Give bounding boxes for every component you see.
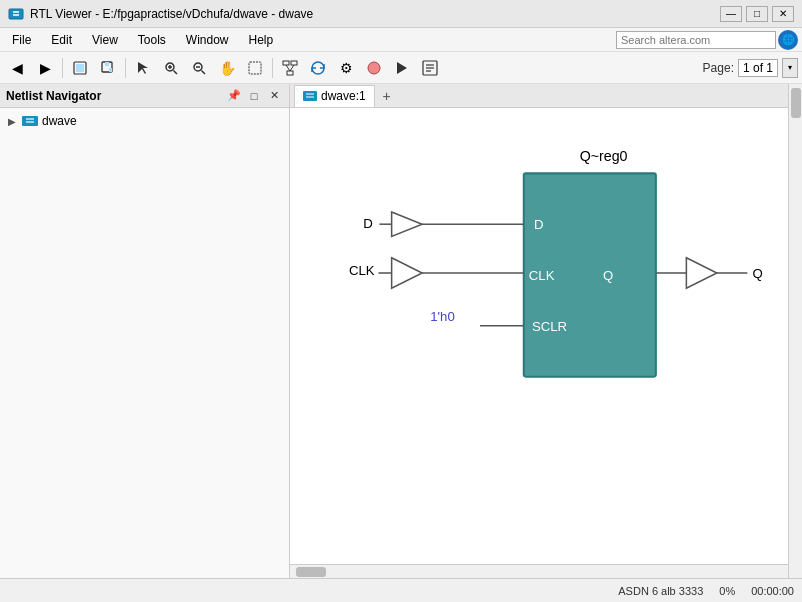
sidebar-close-button[interactable]: ✕ xyxy=(265,87,283,105)
svg-line-20 xyxy=(290,65,294,71)
horizontal-scrollbar[interactable] xyxy=(290,564,788,578)
refresh-button[interactable] xyxy=(305,56,331,80)
netlist-button[interactable] xyxy=(277,56,303,80)
menu-file[interactable]: File xyxy=(4,31,39,49)
close-button[interactable]: ✕ xyxy=(772,6,794,22)
svg-point-21 xyxy=(368,62,380,74)
status-time: 00:00:00 xyxy=(751,585,794,597)
pin-q-label: Q xyxy=(603,268,613,283)
toolbar-separator-1 xyxy=(62,58,63,78)
fit-button[interactable] xyxy=(67,56,93,80)
sidebar-header: Netlist Navigator 📌 □ ✕ xyxy=(0,84,289,108)
select-box-button[interactable] xyxy=(242,56,268,80)
q-output-label: Q xyxy=(752,266,762,281)
pin-clk-label: CLK xyxy=(529,268,555,283)
page-number: 1 of 1 xyxy=(738,59,778,77)
menu-bar: File Edit View Tools Window Help 🌐 xyxy=(0,28,802,52)
toolbar-separator-2 xyxy=(125,58,126,78)
sidebar-pin-button[interactable]: 📌 xyxy=(225,87,243,105)
menu-tools[interactable]: Tools xyxy=(130,31,174,49)
vertical-scrollbar[interactable] xyxy=(788,84,802,578)
svg-rect-15 xyxy=(249,62,261,74)
h-scroll-thumb[interactable] xyxy=(296,567,326,577)
svg-line-9 xyxy=(174,70,178,74)
d-input-label: D xyxy=(363,216,373,231)
rtl-diagram: Q~reg0 D CLK Q SCLR D xyxy=(290,108,788,564)
svg-line-13 xyxy=(202,70,206,74)
const-label: 1'h0 xyxy=(430,309,455,324)
svg-rect-27 xyxy=(22,116,38,126)
sidebar-title: Netlist Navigator xyxy=(6,89,101,103)
page-dropdown-button[interactable]: ▾ xyxy=(782,58,798,78)
status-info: ASDN 6 alb 3333 xyxy=(618,585,703,597)
search-input[interactable] xyxy=(616,31,776,49)
export-button[interactable] xyxy=(417,56,443,80)
tree-item-dwave[interactable]: ▶ dwave xyxy=(4,112,285,130)
menu-view[interactable]: View xyxy=(84,31,126,49)
menu-window[interactable]: Window xyxy=(178,31,237,49)
menu-edit[interactable]: Edit xyxy=(43,31,80,49)
tab-icon xyxy=(303,90,317,102)
page-info: Page: 1 of 1 ▾ xyxy=(703,58,798,78)
maximize-button[interactable]: □ xyxy=(746,6,768,22)
add-tab-button[interactable]: + xyxy=(377,86,397,106)
sidebar: Netlist Navigator 📌 □ ✕ ▶ dwave xyxy=(0,84,290,578)
zoom-out-button[interactable] xyxy=(186,56,212,80)
pan-button[interactable]: ✋ xyxy=(214,56,240,80)
app-icon xyxy=(8,6,24,22)
toolbar-separator-3 xyxy=(272,58,273,78)
play-button[interactable] xyxy=(389,56,415,80)
zoom-in-button[interactable] xyxy=(95,56,121,80)
reg-name-label: Q~reg0 xyxy=(580,148,628,164)
main-area: Netlist Navigator 📌 □ ✕ ▶ dwave xyxy=(0,84,802,578)
search-globe-icon[interactable]: 🌐 xyxy=(778,30,798,50)
svg-rect-6 xyxy=(105,62,109,66)
tab-bar: dwave:1 + xyxy=(290,84,788,108)
tab-label: dwave:1 xyxy=(321,89,366,103)
q-buffer-icon xyxy=(686,258,716,288)
settings-button[interactable]: ⚙ xyxy=(333,56,359,80)
svg-rect-17 xyxy=(291,61,297,65)
tab-dwave1[interactable]: dwave:1 xyxy=(294,85,375,107)
svg-rect-7 xyxy=(109,68,112,72)
toolbar: ◀ ▶ ✋ xyxy=(0,52,802,84)
pin-sclr-label: SCLR xyxy=(532,319,567,334)
canvas-area: dwave:1 + Q~reg0 D CLK Q SCLR xyxy=(290,84,788,578)
svg-rect-16 xyxy=(283,61,289,65)
status-bar: ASDN 6 alb 3333 0% 00:00:00 xyxy=(0,578,802,602)
clk-input-label: CLK xyxy=(349,263,375,278)
menu-help[interactable]: Help xyxy=(241,31,282,49)
v-scroll-thumb[interactable] xyxy=(791,88,801,118)
svg-rect-0 xyxy=(9,9,23,19)
minimize-button[interactable]: — xyxy=(720,6,742,22)
status-zoom: 0% xyxy=(719,585,735,597)
diagram-canvas[interactable]: Q~reg0 D CLK Q SCLR D xyxy=(290,108,788,564)
tree-arrow-icon: ▶ xyxy=(8,116,18,127)
search-wrap: 🌐 xyxy=(616,30,798,50)
window-controls[interactable]: — □ ✕ xyxy=(720,6,794,22)
sidebar-float-button[interactable]: □ xyxy=(245,87,263,105)
zoom-button[interactable] xyxy=(158,56,184,80)
sidebar-content: ▶ dwave xyxy=(0,108,289,578)
sidebar-header-icons: 📌 □ ✕ xyxy=(225,87,283,105)
d-buffer-icon xyxy=(392,212,422,236)
pin-d-label: D xyxy=(534,217,544,232)
color-button[interactable] xyxy=(361,56,387,80)
title-text: RTL Viewer - E:/fpgapractise/vDchufa/dwa… xyxy=(30,7,313,21)
clk-buffer-icon xyxy=(392,258,422,288)
svg-rect-30 xyxy=(303,91,317,101)
tree-node-icon xyxy=(22,114,38,128)
back-button[interactable]: ◀ xyxy=(4,56,30,80)
page-label: Page: xyxy=(703,61,734,75)
svg-line-19 xyxy=(286,65,290,71)
title-bar: RTL Viewer - E:/fpgapractise/vDchufa/dwa… xyxy=(0,0,802,28)
select-button[interactable] xyxy=(130,56,156,80)
forward-button[interactable]: ▶ xyxy=(32,56,58,80)
svg-marker-22 xyxy=(397,62,407,74)
tree-label-dwave: dwave xyxy=(42,114,77,128)
svg-rect-18 xyxy=(287,71,293,75)
title-bar-left: RTL Viewer - E:/fpgapractise/vDchufa/dwa… xyxy=(8,6,313,22)
svg-rect-4 xyxy=(76,64,84,72)
